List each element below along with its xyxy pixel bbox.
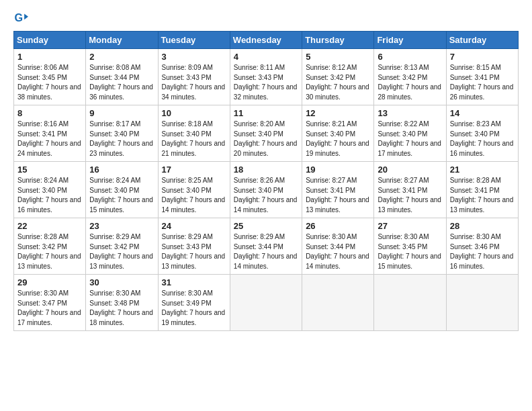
calendar-table: SundayMondayTuesdayWednesdayThursdayFrid… <box>13 31 519 331</box>
day-number: 14 <box>450 108 515 118</box>
calendar-week-3: 15 Sunrise: 8:24 AM Sunset: 3:40 PM Dayl… <box>14 162 519 218</box>
calendar-cell: 5 Sunrise: 8:12 AM Sunset: 3:42 PM Dayli… <box>302 49 374 105</box>
calendar-week-5: 29 Sunrise: 8:30 AM Sunset: 3:47 PM Dayl… <box>14 275 519 331</box>
calendar-cell: 26 Sunrise: 8:30 AM Sunset: 3:44 PM Dayl… <box>302 218 374 275</box>
day-number: 5 <box>306 52 370 62</box>
col-header-sunday: Sunday <box>14 32 86 49</box>
logo: G <box>13 11 30 26</box>
day-number: 20 <box>378 165 442 175</box>
cell-info: Sunrise: 8:24 AM Sunset: 3:40 PM Dayligh… <box>89 176 154 215</box>
calendar-cell: 22 Sunrise: 8:28 AM Sunset: 3:42 PM Dayl… <box>14 218 86 275</box>
cell-info: Sunrise: 8:16 AM Sunset: 3:41 PM Dayligh… <box>17 120 82 158</box>
cell-info: Sunrise: 8:12 AM Sunset: 3:42 PM Dayligh… <box>306 63 370 102</box>
calendar-cell: 8 Sunrise: 8:16 AM Sunset: 3:41 PM Dayli… <box>14 105 86 162</box>
day-number: 26 <box>306 221 370 231</box>
day-number: 4 <box>234 52 298 62</box>
day-number: 18 <box>234 165 298 175</box>
day-number: 2 <box>89 52 154 62</box>
calendar-cell: 10 Sunrise: 8:18 AM Sunset: 3:40 PM Dayl… <box>158 105 230 162</box>
day-number: 13 <box>378 108 442 118</box>
header: G <box>13 11 519 26</box>
day-number: 24 <box>162 221 226 231</box>
cell-info: Sunrise: 8:27 AM Sunset: 3:41 PM Dayligh… <box>378 176 442 215</box>
calendar-cell: 23 Sunrise: 8:29 AM Sunset: 3:42 PM Dayl… <box>86 218 158 275</box>
day-number: 1 <box>17 52 82 62</box>
day-number: 9 <box>89 108 154 118</box>
calendar-cell: 14 Sunrise: 8:23 AM Sunset: 3:40 PM Dayl… <box>446 105 518 162</box>
day-number: 15 <box>17 165 82 175</box>
calendar-cell: 2 Sunrise: 8:08 AM Sunset: 3:44 PM Dayli… <box>86 49 158 105</box>
calendar-cell <box>230 275 302 331</box>
cell-info: Sunrise: 8:30 AM Sunset: 3:45 PM Dayligh… <box>378 232 442 271</box>
svg-marker-1 <box>24 13 28 19</box>
cell-info: Sunrise: 8:29 AM Sunset: 3:42 PM Dayligh… <box>89 232 154 271</box>
day-number: 29 <box>17 277 82 287</box>
cell-info: Sunrise: 8:30 AM Sunset: 3:49 PM Dayligh… <box>162 289 226 328</box>
cell-info: Sunrise: 8:29 AM Sunset: 3:44 PM Dayligh… <box>234 232 298 271</box>
col-header-wednesday: Wednesday <box>230 32 302 49</box>
cell-info: Sunrise: 8:28 AM Sunset: 3:42 PM Dayligh… <box>17 232 82 271</box>
calendar-cell: 7 Sunrise: 8:15 AM Sunset: 3:41 PM Dayli… <box>446 49 518 105</box>
col-header-saturday: Saturday <box>446 32 518 49</box>
calendar-cell: 1 Sunrise: 8:06 AM Sunset: 3:45 PM Dayli… <box>14 49 86 105</box>
day-number: 25 <box>234 221 298 231</box>
calendar-cell: 24 Sunrise: 8:29 AM Sunset: 3:43 PM Dayl… <box>158 218 230 275</box>
day-number: 6 <box>378 52 442 62</box>
page: G SundayMondayTuesdayWednesdayThursdayFr… <box>0 0 532 411</box>
day-number: 19 <box>306 165 370 175</box>
calendar-cell: 16 Sunrise: 8:24 AM Sunset: 3:40 PM Dayl… <box>86 162 158 218</box>
cell-info: Sunrise: 8:21 AM Sunset: 3:40 PM Dayligh… <box>306 120 370 158</box>
calendar-cell: 18 Sunrise: 8:26 AM Sunset: 3:40 PM Dayl… <box>230 162 302 218</box>
cell-info: Sunrise: 8:28 AM Sunset: 3:41 PM Dayligh… <box>450 176 515 215</box>
cell-info: Sunrise: 8:20 AM Sunset: 3:40 PM Dayligh… <box>234 120 298 158</box>
day-number: 23 <box>89 221 154 231</box>
calendar-cell <box>446 275 518 331</box>
day-number: 11 <box>234 108 298 118</box>
cell-info: Sunrise: 8:30 AM Sunset: 3:48 PM Dayligh… <box>89 289 154 328</box>
cell-info: Sunrise: 8:23 AM Sunset: 3:40 PM Dayligh… <box>450 120 515 158</box>
col-header-thursday: Thursday <box>302 32 374 49</box>
col-header-friday: Friday <box>374 32 446 49</box>
calendar-cell: 28 Sunrise: 8:30 AM Sunset: 3:46 PM Dayl… <box>446 218 518 275</box>
cell-info: Sunrise: 8:30 AM Sunset: 3:46 PM Dayligh… <box>450 232 515 271</box>
cell-info: Sunrise: 8:25 AM Sunset: 3:40 PM Dayligh… <box>162 176 226 215</box>
calendar-cell: 30 Sunrise: 8:30 AM Sunset: 3:48 PM Dayl… <box>86 275 158 331</box>
calendar-cell: 31 Sunrise: 8:30 AM Sunset: 3:49 PM Dayl… <box>158 275 230 331</box>
calendar-cell: 9 Sunrise: 8:17 AM Sunset: 3:40 PM Dayli… <box>86 105 158 162</box>
calendar-cell: 19 Sunrise: 8:27 AM Sunset: 3:41 PM Dayl… <box>302 162 374 218</box>
calendar-cell <box>374 275 446 331</box>
calendar-cell: 20 Sunrise: 8:27 AM Sunset: 3:41 PM Dayl… <box>374 162 446 218</box>
day-number: 10 <box>162 108 226 118</box>
day-number: 31 <box>162 277 226 287</box>
calendar-cell: 13 Sunrise: 8:22 AM Sunset: 3:40 PM Dayl… <box>374 105 446 162</box>
cell-info: Sunrise: 8:26 AM Sunset: 3:40 PM Dayligh… <box>234 176 298 215</box>
calendar-cell: 21 Sunrise: 8:28 AM Sunset: 3:41 PM Dayl… <box>446 162 518 218</box>
cell-info: Sunrise: 8:13 AM Sunset: 3:42 PM Dayligh… <box>378 63 442 102</box>
cell-info: Sunrise: 8:29 AM Sunset: 3:43 PM Dayligh… <box>162 232 226 271</box>
day-number: 12 <box>306 108 370 118</box>
cell-info: Sunrise: 8:27 AM Sunset: 3:41 PM Dayligh… <box>306 176 370 215</box>
day-number: 3 <box>162 52 226 62</box>
svg-text:G: G <box>14 11 23 24</box>
cell-info: Sunrise: 8:09 AM Sunset: 3:43 PM Dayligh… <box>162 63 226 102</box>
cell-info: Sunrise: 8:15 AM Sunset: 3:41 PM Dayligh… <box>450 63 515 102</box>
calendar-cell: 17 Sunrise: 8:25 AM Sunset: 3:40 PM Dayl… <box>158 162 230 218</box>
calendar-header-row: SundayMondayTuesdayWednesdayThursdayFrid… <box>14 32 519 49</box>
cell-info: Sunrise: 8:24 AM Sunset: 3:40 PM Dayligh… <box>17 176 82 215</box>
day-number: 28 <box>450 221 515 231</box>
cell-info: Sunrise: 8:17 AM Sunset: 3:40 PM Dayligh… <box>89 120 154 158</box>
calendar-week-4: 22 Sunrise: 8:28 AM Sunset: 3:42 PM Dayl… <box>14 218 519 275</box>
calendar-cell: 11 Sunrise: 8:20 AM Sunset: 3:40 PM Dayl… <box>230 105 302 162</box>
day-number: 17 <box>162 165 226 175</box>
day-number: 8 <box>17 108 82 118</box>
cell-info: Sunrise: 8:30 AM Sunset: 3:44 PM Dayligh… <box>306 232 370 271</box>
day-number: 30 <box>89 277 154 287</box>
cell-info: Sunrise: 8:11 AM Sunset: 3:43 PM Dayligh… <box>234 63 298 102</box>
logo-icon: G <box>13 11 28 26</box>
cell-info: Sunrise: 8:18 AM Sunset: 3:40 PM Dayligh… <box>162 120 226 158</box>
cell-info: Sunrise: 8:08 AM Sunset: 3:44 PM Dayligh… <box>89 63 154 102</box>
calendar-week-1: 1 Sunrise: 8:06 AM Sunset: 3:45 PM Dayli… <box>14 49 519 105</box>
day-number: 27 <box>378 221 442 231</box>
calendar-cell: 27 Sunrise: 8:30 AM Sunset: 3:45 PM Dayl… <box>374 218 446 275</box>
calendar-cell <box>302 275 374 331</box>
